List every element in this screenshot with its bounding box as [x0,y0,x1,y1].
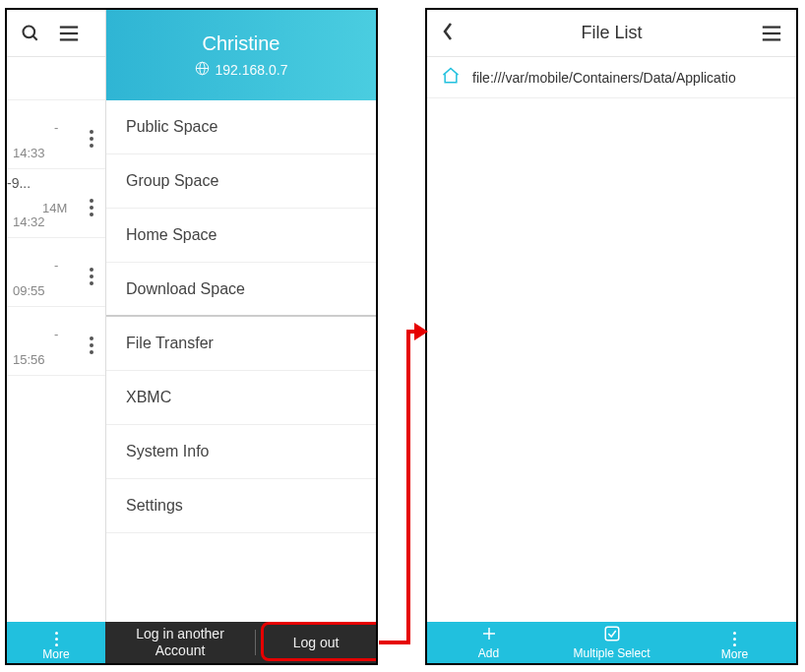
current-path: file:///var/mobile/Containers/Data/Appli… [472,70,736,86]
globe-icon [195,61,210,79]
file-time: 15:56 [13,352,45,367]
menu-system-info[interactable]: System Info [106,425,376,479]
search-icon[interactable] [21,24,40,43]
background-file-list: - 14:33 -9... 14M 14:32 - 09:55 - 15:56 [7,57,105,622]
annotation-arrow-head [414,323,428,340]
hamburger-icon[interactable] [58,24,80,43]
home-icon[interactable] [441,66,461,89]
svg-point-0 [24,26,35,37]
list-item[interactable]: - 15:56 [7,307,105,376]
more-label: More [721,647,748,661]
file-time: 14:32 [13,214,45,229]
menu-xbmc[interactable]: XBMC [106,371,376,425]
menu-settings[interactable]: Settings [106,479,376,533]
back-button[interactable] [441,22,470,45]
add-button[interactable]: Add [427,622,550,663]
file-size: 14M [42,201,67,215]
login-another-label: Log in another Account [136,626,224,659]
file-meta: - [54,120,58,135]
svg-line-1 [33,35,37,39]
left-bottom-bar: More Log in another Account Log out [7,622,376,663]
logout-label: Log out [293,635,340,650]
server-ip: 192.168.0.7 [216,62,288,78]
file-time: 09:55 [13,283,45,298]
more-vertical-icon [55,624,58,646]
list-item[interactable]: -9... 14M 14:32 [7,169,105,238]
more-vertical-icon[interactable] [90,191,93,216]
logout-button[interactable]: Log out [256,622,376,663]
multiselect-label: Multiple Select [573,646,650,660]
hamburger-icon[interactable] [753,24,782,43]
multiple-select-button[interactable]: Multiple Select [550,622,673,663]
list-item[interactable]: - 09:55 [7,238,105,307]
file-meta: - [54,327,58,341]
add-label: Add [478,646,499,660]
right-topbar: File List [427,10,796,57]
phone-left: - 14:33 -9... 14M 14:32 - 09:55 - 15:56 … [5,8,378,665]
file-time: 14:33 [13,146,45,160]
plus-icon [480,625,498,645]
menu-home-space[interactable]: Home Space [106,209,376,263]
drawer-menu: Public Space Group Space Home Space Down… [106,100,376,622]
file-name-clip: -9... [7,175,31,191]
account-bar: Log in another Account Log out [105,622,376,663]
menu-download-space[interactable]: Download Space [106,263,376,317]
server-ip-row: 192.168.0.7 [106,61,376,79]
more-vertical-icon[interactable] [90,329,93,354]
menu-group-space[interactable]: Group Space [106,154,376,209]
more-vertical-icon[interactable] [90,260,93,285]
drawer-header: Christine 192.168.0.7 [106,10,376,100]
more-button[interactable]: More [673,622,796,663]
more-label: More [42,647,69,661]
menu-file-transfer[interactable]: File Transfer [106,317,376,371]
annotation-arrow [406,330,410,644]
more-button[interactable]: More [7,622,105,663]
right-bottom-bar: Add Multiple Select More [427,622,796,663]
side-drawer: Christine 192.168.0.7 Public Space Group… [105,10,376,622]
user-name: Christine [106,32,376,55]
svg-rect-13 [605,627,619,641]
menu-public-space[interactable]: Public Space [106,100,376,154]
annotation-arrow [379,641,408,644]
list-item[interactable]: - 14:33 [7,100,105,169]
phone-right: File List file:///var/mobile/Containers/… [425,8,798,665]
page-title: File List [470,23,753,43]
more-vertical-icon[interactable] [90,122,93,148]
file-meta: - [54,258,58,273]
more-vertical-icon [733,624,736,646]
file-list-body[interactable] [427,98,796,622]
path-row[interactable]: file:///var/mobile/Containers/Data/Appli… [427,57,796,98]
checkbox-icon [603,625,621,645]
login-another-account-button[interactable]: Log in another Account [105,622,255,663]
